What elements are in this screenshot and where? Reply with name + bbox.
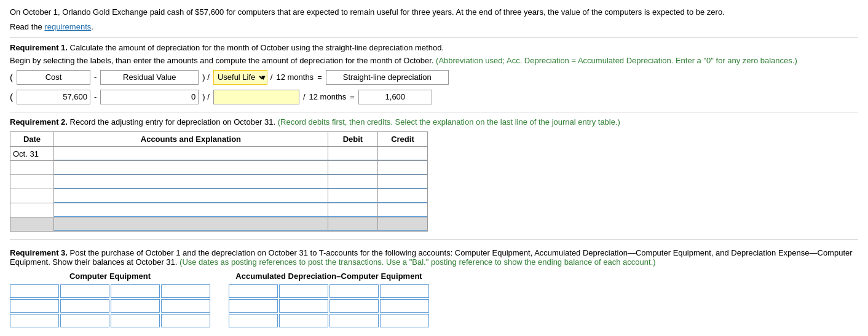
req3-header: Requirement 3. Post the purchase of Octo… (10, 248, 858, 267)
credit-input-4[interactable] (378, 189, 427, 203)
req2-desc: Record the adjusting entry for depreciat… (70, 117, 276, 127)
debit-input-3[interactable] (328, 175, 377, 189)
req3-green-note: (Use dates as posting references to post… (180, 257, 656, 267)
date-cell-4 (10, 189, 54, 203)
read-label: Read the (10, 22, 44, 31)
t-account-cell (279, 314, 328, 327)
req1-title: Requirement 1. (10, 43, 68, 52)
divider-2 (10, 112, 858, 112)
debit-cell-5 (328, 203, 377, 217)
date-cell-5 (10, 203, 54, 217)
date-cell-1: Oct. 31 (10, 146, 54, 160)
t-acc-input[interactable] (229, 285, 277, 297)
debit-input-2[interactable] (328, 161, 377, 174)
t-account-cell (60, 314, 109, 327)
t-account-cell (111, 314, 160, 327)
credit-cell-4 (377, 189, 427, 203)
credit-input-6[interactable] (378, 217, 427, 231)
date-cell-6 (10, 217, 54, 231)
t-acc-input[interactable] (61, 300, 109, 312)
req2-title: Requirement 2. (10, 117, 68, 127)
cost-label-input[interactable] (17, 70, 90, 85)
date-cell-2 (10, 160, 54, 174)
requirement-3-section: Requirement 3. Post the purchase of Octo… (10, 248, 858, 327)
account-input-1[interactable] (54, 147, 328, 160)
col-date: Date (10, 131, 54, 146)
req1-instruction: Begin by selecting the labels, than ente… (10, 56, 858, 65)
account-input-5[interactable] (54, 203, 328, 217)
t-acc-input[interactable] (61, 285, 109, 297)
requirement-2-section: Requirement 2. Record the adjusting entr… (10, 117, 858, 232)
result-label-input[interactable] (326, 70, 449, 85)
t-acc-input[interactable] (111, 315, 159, 327)
credit-cell-6 (377, 217, 427, 231)
req3-title: Requirement 3. (10, 248, 68, 257)
t-acc-input[interactable] (162, 300, 210, 312)
debit-cell-3 (328, 174, 377, 189)
t-acc-input[interactable] (229, 300, 277, 312)
t-acc-input[interactable] (280, 300, 328, 312)
life-value-input[interactable] (213, 90, 299, 104)
read-req-line: Read the requirements. (10, 22, 858, 31)
t-account-computer-equipment: Computer Equipment (10, 272, 210, 327)
residual-label-input[interactable] (100, 70, 199, 85)
divider-1 (10, 37, 858, 38)
accounts-cell-4 (53, 189, 328, 203)
debit-input-1[interactable] (328, 147, 377, 160)
useful-life-select[interactable]: Useful Life 3 years 5 years 10 years (213, 70, 267, 85)
table-row (10, 203, 428, 217)
t-acc-input[interactable] (229, 315, 277, 327)
debit-input-6[interactable] (328, 217, 377, 231)
col-credit: Credit (377, 131, 427, 146)
t-account-cell (161, 284, 210, 298)
cost-value-input[interactable] (17, 90, 90, 104)
t-acc-input[interactable] (61, 315, 109, 327)
t-acc-input[interactable] (280, 285, 328, 297)
t-acc-input[interactable] (111, 300, 159, 312)
residual-value-input[interactable] (100, 90, 199, 104)
t-acc-input[interactable] (10, 315, 58, 327)
account-input-4[interactable] (54, 189, 328, 203)
credit-input-2[interactable] (378, 161, 427, 174)
t-acc-input[interactable] (10, 300, 58, 312)
equals-2: = (350, 92, 355, 101)
debit-input-5[interactable] (328, 203, 377, 217)
t-acc-input[interactable] (111, 285, 159, 297)
close-div-2: ) / (202, 92, 210, 101)
formula-row-2: ( - ) / / 12 months = (10, 90, 858, 104)
t-acc-input[interactable] (381, 300, 428, 312)
account-input-2[interactable] (54, 161, 328, 174)
credit-cell-5 (377, 203, 427, 217)
t-acc-input[interactable] (330, 285, 378, 297)
close-div-1: ) / (202, 72, 210, 82)
result-value-input[interactable] (358, 90, 432, 104)
credit-input-5[interactable] (378, 203, 427, 217)
t-acc-input[interactable] (381, 285, 428, 297)
t-acc-input[interactable] (330, 300, 378, 312)
t-account-cell (329, 299, 379, 313)
req1-header: Requirement 1. Calculate the amount of d… (10, 43, 858, 52)
t-acc-input[interactable] (280, 315, 328, 327)
table-row-last (10, 217, 428, 231)
accounts-cell-5 (53, 203, 328, 217)
t-acc-input[interactable] (330, 315, 378, 327)
credit-input-3[interactable] (378, 175, 427, 189)
req2-header: Requirement 2. Record the adjusting entr… (10, 117, 858, 127)
t-account-cell (279, 299, 328, 313)
requirements-link[interactable]: requirements (44, 22, 91, 31)
t-acc-input[interactable] (162, 315, 210, 327)
col-accounts: Accounts and Explanation (53, 131, 328, 146)
formula-row-1: ( - ) / Useful Life 3 years 5 years 10 y… (10, 70, 858, 85)
credit-cell-1 (377, 146, 427, 160)
t-acc-input[interactable] (10, 285, 58, 297)
open-paren-1: ( (10, 72, 13, 82)
account-input-6[interactable] (54, 217, 328, 231)
account-input-3[interactable] (54, 175, 328, 189)
t-acc-input[interactable] (162, 285, 210, 297)
t-account-2-title: Accumulated Depreciation–Computer Equipm… (229, 272, 429, 281)
debit-input-4[interactable] (328, 189, 377, 203)
credit-input-1[interactable] (378, 147, 427, 160)
t-acc-input[interactable] (381, 315, 428, 327)
t-account-cell (380, 284, 429, 298)
t-account-2-grid (229, 284, 429, 327)
